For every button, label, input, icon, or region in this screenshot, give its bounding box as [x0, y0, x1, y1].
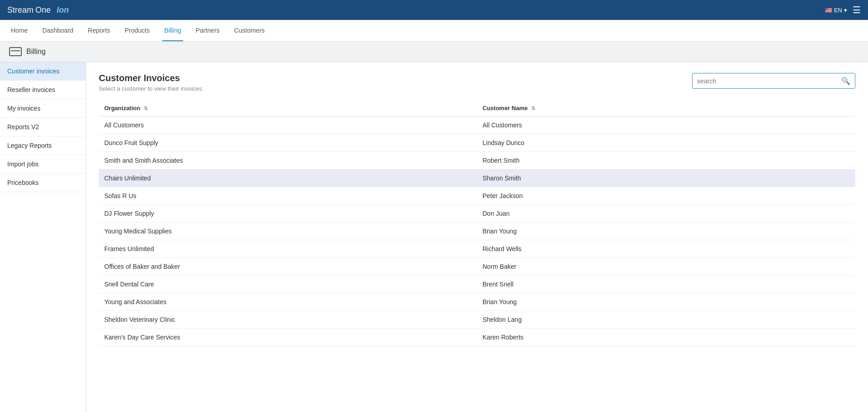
sidebar-item-my-invoices[interactable]: My invoices	[0, 99, 86, 118]
column-header-customer-name[interactable]: Customer Name ⇅	[477, 101, 856, 116]
main-layout: Customer invoices Reseller invoices My i…	[0, 62, 868, 412]
nav-billing[interactable]: Billing	[162, 20, 183, 41]
cell-organization: All Customers	[99, 116, 477, 134]
lang-dropdown-icon: ▾	[844, 7, 847, 14]
cell-organization: Sheldon Veterinary Clinic	[99, 311, 477, 329]
table-row[interactable]: Karen's Day Care ServicesKaren Roberts	[99, 329, 855, 346]
table-row[interactable]: Young Medical SuppliesBrian Young	[99, 223, 855, 240]
table-row[interactable]: Sheldon Veterinary ClinicSheldon Lang	[99, 311, 855, 329]
table-row[interactable]: Offices of Baker and BakerNorm Baker	[99, 258, 855, 276]
table-row[interactable]: DJ Flower SupplyDon Juan	[99, 205, 855, 223]
cell-customer-name: Lindsay Dunco	[477, 134, 856, 152]
table-row[interactable]: Snell Dental CareBrent Snell	[99, 276, 855, 293]
language-label: EN	[834, 7, 842, 14]
cell-customer-name: Sheldon Lang	[477, 311, 856, 329]
table-row[interactable]: Frames UnlimitedRichard Wells	[99, 240, 855, 258]
cell-organization: Snell Dental Care	[99, 276, 477, 293]
cell-customer-name: Don Juan	[477, 205, 856, 223]
cell-organization: Karen's Day Care Services	[99, 329, 477, 346]
table-row[interactable]: Sofas R UsPeter Jackson	[99, 187, 855, 205]
sidebar-item-reports-v2[interactable]: Reports V2	[0, 118, 86, 136]
cell-organization: Dunco Fruit Supply	[99, 134, 477, 152]
cell-customer-name: Norm Baker	[477, 258, 856, 276]
logo-one: One	[35, 5, 51, 15]
cell-organization: Offices of Baker and Baker	[99, 258, 477, 276]
nav-reports[interactable]: Reports	[86, 20, 112, 41]
page-header-title: Billing	[26, 48, 46, 56]
table-row[interactable]: Young and AssociatesBrian Young	[99, 293, 855, 311]
sort-icon-org: ⇅	[144, 106, 148, 111]
app-logo: StreamOne Ion	[7, 5, 69, 15]
flag-icon: 🇺🇸	[825, 7, 832, 14]
sidebar-item-reseller-invoices[interactable]: Reseller invoices	[0, 81, 86, 99]
search-input[interactable]	[693, 74, 837, 88]
column-header-organization[interactable]: Organization ⇅	[99, 101, 477, 116]
content-header: Customer Invoices Select a customer to v…	[99, 73, 855, 92]
secondary-navigation: Home Dashboard Reports Products Billing …	[0, 20, 868, 42]
cell-organization: Frames Unlimited	[99, 240, 477, 258]
search-button[interactable]: 🔍	[837, 73, 855, 88]
content-title-block: Customer Invoices Select a customer to v…	[99, 73, 204, 92]
cell-organization: Chairs Unlimited	[99, 170, 477, 187]
sidebar-item-import-jobs[interactable]: Import jobs	[0, 155, 86, 174]
nav-products[interactable]: Products	[123, 20, 151, 41]
cell-organization: Smith and Smith Associates	[99, 152, 477, 170]
table-row[interactable]: Chairs UnlimitedSharon Smith	[99, 170, 855, 187]
nav-home[interactable]: Home	[9, 20, 29, 41]
content-subtitle: Select a customer to view their invoices…	[99, 85, 204, 92]
cell-customer-name: Brian Young	[477, 293, 856, 311]
cell-customer-name: Brent Snell	[477, 276, 856, 293]
billing-icon	[9, 47, 22, 56]
cell-customer-name: All Customers	[477, 116, 856, 134]
logo-stream: Stream	[7, 5, 34, 15]
nav-dashboard[interactable]: Dashboard	[40, 20, 75, 41]
sort-icon-name: ⇅	[531, 106, 535, 111]
search-box: 🔍	[692, 73, 855, 89]
main-content: Customer Invoices Select a customer to v…	[86, 62, 868, 412]
cell-customer-name: Robert Smith	[477, 152, 856, 170]
page-header-bar: Billing	[0, 42, 868, 62]
table-row[interactable]: Dunco Fruit SupplyLindsay Dunco	[99, 134, 855, 152]
sidebar: Customer invoices Reseller invoices My i…	[0, 62, 86, 412]
cell-organization: Young Medical Supplies	[99, 223, 477, 240]
table-row[interactable]: All CustomersAll Customers	[99, 116, 855, 134]
cell-organization: Young and Associates	[99, 293, 477, 311]
logo-ion: Ion	[57, 5, 69, 15]
cell-customer-name: Peter Jackson	[477, 187, 856, 205]
sidebar-item-customer-invoices[interactable]: Customer invoices	[0, 62, 86, 81]
content-title: Customer Invoices	[99, 73, 204, 83]
cell-customer-name: Richard Wells	[477, 240, 856, 258]
cell-customer-name: Brian Young	[477, 223, 856, 240]
sidebar-item-pricebooks[interactable]: Pricebooks	[0, 174, 86, 192]
cell-organization: Sofas R Us	[99, 187, 477, 205]
table-header-row: Organization ⇅ Customer Name ⇅	[99, 101, 855, 116]
invoice-table: Organization ⇅ Customer Name ⇅ All Custo…	[99, 101, 855, 346]
top-nav-right: 🇺🇸 EN ▾ ☰	[825, 5, 861, 15]
top-navigation: StreamOne Ion 🇺🇸 EN ▾ ☰	[0, 0, 868, 20]
nav-partners[interactable]: Partners	[194, 20, 222, 41]
sidebar-item-legacy-reports[interactable]: Legacy Reports	[0, 136, 86, 155]
language-selector[interactable]: 🇺🇸 EN ▾	[825, 7, 847, 14]
cell-customer-name: Sharon Smith	[477, 170, 856, 187]
table-row[interactable]: Smith and Smith AssociatesRobert Smith	[99, 152, 855, 170]
cell-customer-name: Karen Roberts	[477, 329, 856, 346]
hamburger-menu[interactable]: ☰	[853, 5, 861, 15]
cell-organization: DJ Flower Supply	[99, 205, 477, 223]
nav-customers[interactable]: Customers	[232, 20, 267, 41]
